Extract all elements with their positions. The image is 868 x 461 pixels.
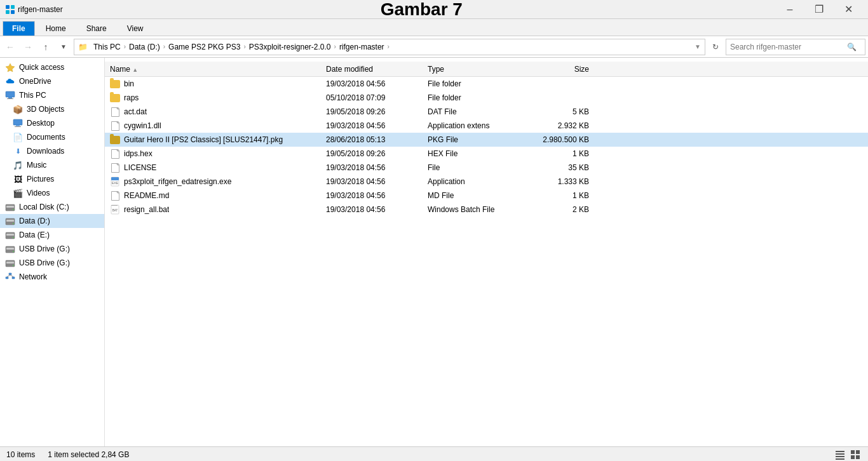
- column-header-type[interactable]: Type: [423, 65, 531, 74]
- sidebar-label-quick-access: Quick access: [19, 63, 64, 72]
- recent-locations-button[interactable]: ▼: [56, 39, 71, 55]
- file-type: Application: [423, 177, 531, 186]
- svg-point-16: [13, 223, 14, 224]
- tab-file[interactable]: File: [3, 21, 35, 36]
- file-icon-3: [110, 121, 120, 131]
- sidebar-item-usb-g[interactable]: USB Drive (G:): [0, 256, 104, 270]
- column-header-name[interactable]: Name ▲: [105, 65, 321, 74]
- file-date: 19/03/2018 04:56: [321, 205, 423, 214]
- data-d-icon: [5, 216, 15, 226]
- file-icon-7: EXE: [110, 177, 120, 187]
- refresh-button[interactable]: ↻: [708, 39, 723, 55]
- svg-rect-43: [851, 455, 855, 459]
- file-name: LICENSE: [124, 163, 156, 172]
- table-row[interactable]: raps 05/10/2018 07:09 File folder: [105, 91, 868, 105]
- svg-point-19: [13, 237, 14, 238]
- table-row[interactable]: idps.hex 19/05/2018 09:26 HEX File 1 KB: [105, 147, 868, 161]
- table-row[interactable]: LICENSE 19/03/2018 04:56 File 35 KB: [105, 161, 868, 175]
- svg-rect-1: [11, 5, 15, 9]
- table-row[interactable]: README.md 19/03/2018 04:56 MD File 1 KB: [105, 189, 868, 203]
- svg-rect-35: [111, 205, 118, 206]
- svg-rect-2: [6, 10, 10, 14]
- sidebar-label-onedrive: OneDrive: [19, 77, 51, 86]
- quick-access-icon: [5, 62, 15, 72]
- svg-rect-42: [856, 450, 860, 454]
- table-row[interactable]: BAT resign_all.bat 19/03/2018 04:56 Wind…: [105, 203, 868, 217]
- sidebar-item-this-pc[interactable]: This PC: [0, 88, 104, 102]
- column-header-size[interactable]: Size: [531, 65, 594, 74]
- sidebar-item-usb-f[interactable]: USB Drive (G:): [0, 242, 104, 256]
- sidebar-label-downloads: Downloads: [27, 147, 64, 156]
- file-date: 19/03/2018 04:56: [321, 177, 423, 186]
- ribbon-tabs: File Home Share View: [0, 19, 868, 36]
- svg-rect-18: [6, 234, 14, 236]
- window-title: rifgen-master: [18, 5, 63, 14]
- page-heading: Gambar 7: [381, 0, 463, 19]
- address-dropdown-button[interactable]: ▼: [695, 43, 701, 50]
- close-button[interactable]: ✕: [834, 0, 863, 19]
- table-row[interactable]: EXE ps3xploit_rifgen_edatresign.exe 19/0…: [105, 175, 868, 189]
- sidebar-label-usb-g: USB Drive (G:): [19, 258, 70, 267]
- sidebar-item-pictures[interactable]: 🖼 Pictures: [0, 172, 104, 186]
- sidebar-label-network: Network: [19, 272, 47, 281]
- path-segment-rifgen[interactable]: rifgen-master: [337, 42, 386, 52]
- file-name: resign_all.bat: [124, 205, 169, 214]
- selected-info: 1 item selected 2,84 GB: [48, 450, 129, 459]
- search-box: 🔍: [726, 39, 865, 55]
- sidebar-item-network[interactable]: Network: [0, 270, 104, 284]
- file-icon: [111, 191, 119, 201]
- file-icon-1: [110, 93, 120, 103]
- sidebar-label-music: Music: [27, 161, 46, 170]
- sidebar-item-3d-objects[interactable]: 📦 3D Objects: [0, 102, 104, 116]
- tab-view[interactable]: View: [118, 21, 153, 36]
- forward-button[interactable]: →: [20, 39, 36, 55]
- back-button[interactable]: ←: [3, 39, 18, 55]
- sidebar-item-local-disk-c[interactable]: Local Disk (C:): [0, 200, 104, 214]
- table-row[interactable]: cygwin1.dll 19/03/2018 04:56 Application…: [105, 119, 868, 133]
- sidebar-item-data-d[interactable]: Data (D:): [0, 214, 104, 228]
- sidebar-item-videos[interactable]: 🎬 Videos: [0, 186, 104, 200]
- path-segment-ps3xploit[interactable]: PS3xploit-resigner-2.0.0: [247, 42, 333, 52]
- sidebar-item-quick-access[interactable]: Quick access: [0, 60, 104, 74]
- svg-rect-3: [11, 10, 15, 14]
- path-segment-data-d[interactable]: Data (D:): [127, 42, 162, 52]
- svg-rect-6: [8, 97, 12, 98]
- svg-text:EXE: EXE: [112, 181, 119, 185]
- tab-home[interactable]: Home: [36, 21, 76, 36]
- path-segment-game-ps2[interactable]: Game PS2 PKG PS3: [166, 42, 242, 52]
- search-input[interactable]: [726, 43, 847, 51]
- file-type: PKG File: [423, 135, 531, 144]
- table-row[interactable]: act.dat 19/05/2018 09:26 DAT File 5 KB: [105, 105, 868, 119]
- details-view-button[interactable]: [834, 448, 846, 461]
- file-size: 2.980.500 KB: [531, 135, 594, 144]
- path-segment-this-pc[interactable]: This PC: [92, 42, 123, 52]
- items-count: 10 items: [6, 450, 35, 459]
- music-icon: 🎵: [13, 160, 23, 170]
- minimize-button[interactable]: –: [775, 0, 804, 19]
- tab-share[interactable]: Share: [77, 21, 116, 36]
- address-bar: ← → ↑ ▼ 📁 This PC › Data (D:) › Game PS2…: [0, 36, 868, 58]
- sidebar-item-onedrive[interactable]: OneDrive: [0, 74, 104, 88]
- bat-icon: BAT: [110, 204, 120, 215]
- column-header-date[interactable]: Date modified: [321, 65, 423, 74]
- status-bar: 10 items 1 item selected 2,84 GB: [0, 446, 868, 461]
- file-icon-0: [110, 79, 120, 89]
- svg-rect-27: [6, 277, 8, 279]
- folder-icon: [110, 80, 120, 88]
- address-path[interactable]: 📁 This PC › Data (D:) › Game PS2 PKG PS3…: [74, 39, 705, 55]
- sidebar-item-downloads[interactable]: ⬇ Downloads: [0, 144, 104, 158]
- sidebar-item-music[interactable]: 🎵 Music: [0, 158, 104, 172]
- svg-rect-44: [856, 455, 860, 459]
- maximize-button[interactable]: ❐: [804, 0, 834, 19]
- table-row[interactable]: Guitar Hero II [PS2 Classics] [SLUS21447…: [105, 133, 868, 147]
- sidebar-item-documents[interactable]: 📄 Documents: [0, 130, 104, 144]
- large-icons-view-button[interactable]: [849, 448, 862, 461]
- file-name: raps: [124, 93, 139, 102]
- sidebar-item-desktop[interactable]: Desktop: [0, 116, 104, 130]
- up-button[interactable]: ↑: [38, 39, 53, 55]
- svg-rect-12: [6, 206, 14, 208]
- sidebar-label-3d-objects: 3D Objects: [27, 105, 64, 114]
- sidebar-item-data-e[interactable]: Data (E:): [0, 228, 104, 242]
- desktop-icon: [13, 118, 23, 128]
- table-row[interactable]: bin 19/03/2018 04:56 File folder: [105, 77, 868, 91]
